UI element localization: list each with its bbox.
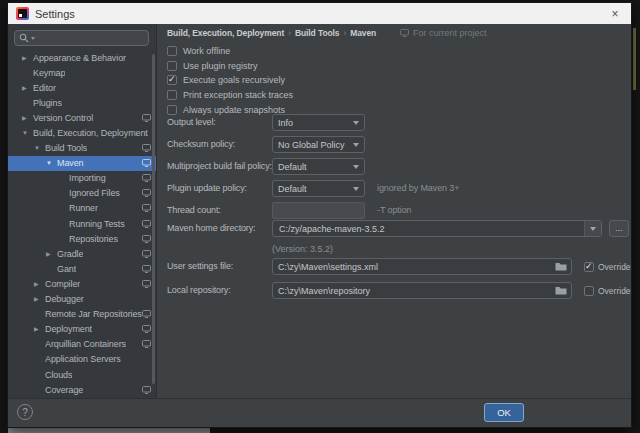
sidebar-item-ignored-files[interactable]: Ignored Files <box>8 186 156 201</box>
field-note: -T option <box>377 202 411 219</box>
user-settings-row: User settings file: C:\zy\Maven\settings… <box>167 258 631 275</box>
sidebar-item-remote-jar-repositories[interactable]: Remote Jar Repositories <box>8 307 156 322</box>
sidebar-item-version-control[interactable]: ▶Version Control <box>8 110 156 125</box>
field-label: Checksum policy: <box>167 136 272 153</box>
chevron-right-icon[interactable]: ▶ <box>34 296 45 302</box>
checkbox-print-exception-stack-traces[interactable]: Print exception stack traces <box>167 88 293 103</box>
sidebar-item-gant[interactable]: Gant <box>8 261 156 276</box>
sidebar-item-debugger[interactable]: ▶Debugger <box>8 292 156 307</box>
sidebar-item-running-tests[interactable]: Running Tests <box>8 216 156 231</box>
sidebar-item-label: Deployment <box>45 324 92 334</box>
checkbox-unchecked[interactable] <box>167 90 177 100</box>
sidebar-scrollbar[interactable] <box>152 54 155 384</box>
sidebar-item-compiler[interactable]: ▶Compiler <box>8 276 156 291</box>
form-row-checksum-policy: Checksum policy:No Global Policy <box>167 136 459 158</box>
checkbox-execute-goals-recursively[interactable]: Execute goals recursively <box>167 73 293 88</box>
maven-home-combobox[interactable]: C:/zy/apache-maven-3.5.2 <box>272 220 602 237</box>
override-checkbox-unchecked[interactable] <box>584 286 594 296</box>
breadcrumb-part-2[interactable]: Build Tools <box>295 28 340 38</box>
search-options-caret-icon[interactable] <box>31 37 35 40</box>
checksum-policy-select[interactable]: No Global Policy <box>272 136 365 153</box>
chevron-right-icon[interactable]: ▶ <box>34 326 45 332</box>
sidebar-item-label: Clouds <box>45 370 72 380</box>
per-project-monitor-icon <box>142 250 151 258</box>
background-editor-sliver <box>633 28 636 90</box>
checkbox-unchecked[interactable] <box>167 61 177 71</box>
local-repository-override[interactable]: Override <box>584 286 631 296</box>
checkbox-use-plugin-registry[interactable]: Use plugin registry <box>167 59 293 74</box>
output-level-select[interactable]: Info <box>272 114 365 131</box>
desktop: { "window": { "title": "Settings", "clos… <box>0 0 640 433</box>
checkbox-work-offline[interactable]: Work offline <box>167 44 293 59</box>
form-row-multiproject-build-fail-policy: Multiproject build fail policy:Default <box>167 158 459 180</box>
chevron-down-icon[interactable]: ▼ <box>22 130 33 136</box>
sidebar-item-clouds[interactable]: Clouds <box>8 367 156 382</box>
maven-settings-panel: Build, Execution, Deployment›Build Tools… <box>157 24 631 399</box>
user-settings-override[interactable]: Override <box>584 262 631 272</box>
chevron-right-icon[interactable]: ▶ <box>34 281 45 287</box>
maven-home-browse-button[interactable]: ... <box>609 220 629 237</box>
chevron-right-icon[interactable]: ▶ <box>22 55 33 61</box>
settings-sidebar: ▶Appearance & BehaviorKeymap▶EditorPlugi… <box>8 24 157 399</box>
sidebar-item-label: Compiler <box>45 279 80 289</box>
sidebar-item-appearance-behavior[interactable]: ▶Appearance & Behavior <box>8 50 156 65</box>
user-settings-field[interactable]: C:\zy\Maven\settings.xml <box>272 258 572 275</box>
sidebar-item-coverage[interactable]: Coverage <box>8 382 156 397</box>
form-row-output-level: Output level:Info <box>167 114 459 136</box>
sidebar-item-build-tools[interactable]: ▼Build Tools <box>8 141 156 156</box>
local-repository-field[interactable]: C:\zy\Maven\repository <box>272 282 572 299</box>
sidebar-item-maven[interactable]: ▼Maven <box>8 156 156 171</box>
sidebar-item-label: Plugins <box>33 98 62 108</box>
project-monitor-icon <box>400 29 409 37</box>
multiproject-build-fail-policy-select[interactable]: Default <box>272 158 365 175</box>
for-current-project-label: For current project <box>413 28 487 38</box>
thread-count-input[interactable] <box>272 202 365 219</box>
plugin-update-policy-select[interactable]: Default <box>272 180 365 197</box>
window-title: Settings <box>35 8 75 20</box>
sidebar-item-label: Maven <box>57 158 84 168</box>
search-input[interactable] <box>37 32 144 44</box>
sidebar-item-arquillian-containers[interactable]: Arquillian Containers <box>8 337 156 352</box>
sidebar-item-plugins[interactable]: Plugins <box>8 95 156 110</box>
breadcrumb-part-1[interactable]: Build, Execution, Deployment <box>167 28 284 38</box>
per-project-monitor-icon <box>142 144 151 152</box>
intellij-logo-icon <box>16 7 29 20</box>
dialog-footer: ? OK <box>8 398 631 427</box>
per-project-monitor-icon <box>142 220 151 228</box>
checkbox-label: Execute goals recursively <box>183 75 285 85</box>
per-project-monitor-icon <box>142 280 151 288</box>
sidebar-item-repositories[interactable]: Repositories <box>8 231 156 246</box>
sidebar-item-runner[interactable]: Runner <box>8 201 156 216</box>
folder-browse-icon[interactable] <box>555 262 567 271</box>
help-button[interactable]: ? <box>17 404 33 420</box>
per-project-monitor-icon <box>142 386 151 394</box>
close-icon[interactable]: × <box>599 3 631 24</box>
ok-button[interactable]: OK <box>484 403 524 422</box>
override-checkbox-checked[interactable] <box>584 262 594 272</box>
sidebar-item-gradle[interactable]: ▶Gradle <box>8 246 156 261</box>
field-note: ignored by Maven 3+ <box>377 180 459 197</box>
chevron-down-icon[interactable]: ▼ <box>34 145 45 151</box>
field-label: Thread count: <box>167 202 272 219</box>
chevron-right-icon[interactable]: ▶ <box>22 85 33 91</box>
checkbox-unchecked[interactable] <box>167 46 177 56</box>
maven-home-dropdown-icon[interactable] <box>584 221 601 236</box>
sidebar-item-build-execution-deployment[interactable]: ▼Build, Execution, Deployment <box>8 125 156 140</box>
chevron-right-icon[interactable]: ▶ <box>22 115 33 121</box>
sidebar-item-application-servers[interactable]: Application Servers <box>8 352 156 367</box>
sidebar-item-editor[interactable]: ▶Editor <box>8 80 156 95</box>
per-project-monitor-icon <box>142 265 151 273</box>
sidebar-item-importing[interactable]: Importing <box>8 171 156 186</box>
settings-search-field[interactable] <box>14 30 149 46</box>
chevron-down-icon[interactable]: ▼ <box>46 160 57 166</box>
checkbox-checked[interactable] <box>167 75 177 85</box>
search-icon <box>19 33 29 43</box>
chevron-down-icon <box>353 143 359 147</box>
sidebar-item-label: Ignored Files <box>69 188 120 198</box>
folder-browse-icon[interactable] <box>555 286 567 295</box>
chevron-right-icon[interactable]: ▶ <box>46 251 57 257</box>
sidebar-item-keymap[interactable]: Keymap <box>8 65 156 80</box>
for-current-project: For current project <box>400 28 487 38</box>
maven-home-row: Maven home directory: C:/zy/apache-maven… <box>167 220 629 237</box>
sidebar-item-deployment[interactable]: ▶Deployment <box>8 322 156 337</box>
